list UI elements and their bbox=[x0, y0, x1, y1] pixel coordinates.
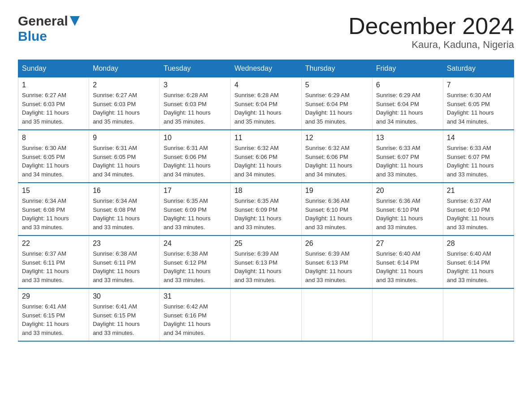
calendar-cell: 13 Sunrise: 6:33 AMSunset: 6:07 PMDaylig… bbox=[372, 130, 443, 183]
header-thursday: Thursday bbox=[301, 60, 372, 77]
day-info: Sunrise: 6:38 AMSunset: 6:11 PMDaylight:… bbox=[93, 249, 156, 284]
day-info: Sunrise: 6:39 AMSunset: 6:13 PMDaylight:… bbox=[234, 249, 297, 284]
day-number: 4 bbox=[234, 81, 297, 89]
day-info: Sunrise: 6:41 AMSunset: 6:15 PMDaylight:… bbox=[22, 302, 85, 337]
day-info: Sunrise: 6:34 AMSunset: 6:08 PMDaylight:… bbox=[22, 197, 85, 231]
day-number: 3 bbox=[163, 81, 227, 89]
calendar-title: December 2024 bbox=[348, 13, 514, 39]
calendar-cell bbox=[231, 288, 301, 341]
calendar-cell bbox=[372, 288, 443, 341]
day-number: 18 bbox=[234, 187, 297, 195]
calendar-cell: 9 Sunrise: 6:31 AMSunset: 6:05 PMDayligh… bbox=[89, 130, 160, 183]
day-number: 24 bbox=[163, 240, 227, 248]
day-number: 30 bbox=[93, 292, 156, 300]
page-header: General Blue December 2024 Kaura, Kaduna… bbox=[18, 13, 514, 51]
day-number: 13 bbox=[376, 134, 439, 142]
day-info: Sunrise: 6:40 AMSunset: 6:14 PMDaylight:… bbox=[447, 249, 510, 284]
calendar-cell: 1 Sunrise: 6:27 AMSunset: 6:03 PMDayligh… bbox=[18, 77, 89, 130]
calendar-cell: 5 Sunrise: 6:29 AMSunset: 6:04 PMDayligh… bbox=[301, 77, 372, 130]
calendar-cell: 10 Sunrise: 6:31 AMSunset: 6:06 PMDaylig… bbox=[160, 130, 231, 183]
day-info: Sunrise: 6:36 AMSunset: 6:10 PMDaylight:… bbox=[305, 197, 369, 231]
calendar-cell: 30 Sunrise: 6:41 AMSunset: 6:15 PMDaylig… bbox=[89, 288, 160, 341]
day-info: Sunrise: 6:32 AMSunset: 6:06 PMDaylight:… bbox=[305, 144, 369, 179]
calendar-header-row: Sunday Monday Tuesday Wednesday Thursday… bbox=[18, 60, 514, 77]
day-info: Sunrise: 6:35 AMSunset: 6:09 PMDaylight:… bbox=[234, 197, 297, 231]
day-info: Sunrise: 6:31 AMSunset: 6:05 PMDaylight:… bbox=[93, 144, 156, 179]
header-friday: Friday bbox=[372, 60, 443, 77]
calendar-week-row: 1 Sunrise: 6:27 AMSunset: 6:03 PMDayligh… bbox=[18, 77, 514, 130]
calendar-week-row: 22 Sunrise: 6:37 AMSunset: 6:11 PMDaylig… bbox=[18, 235, 514, 288]
calendar-cell: 19 Sunrise: 6:36 AMSunset: 6:10 PMDaylig… bbox=[301, 183, 372, 235]
logo-triangle-icon bbox=[70, 16, 80, 28]
day-number: 10 bbox=[163, 134, 227, 142]
title-block: December 2024 Kaura, Kaduna, Nigeria bbox=[348, 13, 514, 51]
logo: General Blue bbox=[18, 13, 80, 44]
day-info: Sunrise: 6:35 AMSunset: 6:09 PMDaylight:… bbox=[163, 197, 227, 231]
calendar-cell bbox=[301, 288, 372, 341]
day-info: Sunrise: 6:39 AMSunset: 6:13 PMDaylight:… bbox=[305, 249, 369, 284]
day-info: Sunrise: 6:33 AMSunset: 6:07 PMDaylight:… bbox=[376, 144, 439, 179]
day-number: 15 bbox=[22, 187, 85, 195]
day-number: 19 bbox=[305, 187, 369, 195]
day-info: Sunrise: 6:30 AMSunset: 6:05 PMDaylight:… bbox=[447, 91, 510, 126]
calendar-cell: 17 Sunrise: 6:35 AMSunset: 6:09 PMDaylig… bbox=[160, 183, 231, 235]
day-info: Sunrise: 6:27 AMSunset: 6:03 PMDaylight:… bbox=[22, 91, 85, 126]
day-number: 2 bbox=[93, 81, 156, 89]
day-number: 1 bbox=[22, 81, 85, 89]
calendar-cell: 6 Sunrise: 6:29 AMSunset: 6:04 PMDayligh… bbox=[372, 77, 443, 130]
day-number: 31 bbox=[163, 292, 227, 300]
day-number: 27 bbox=[376, 240, 439, 248]
day-number: 29 bbox=[22, 292, 85, 300]
day-number: 16 bbox=[93, 187, 156, 195]
header-monday: Monday bbox=[89, 60, 160, 77]
day-number: 28 bbox=[447, 240, 510, 248]
day-info: Sunrise: 6:28 AMSunset: 6:04 PMDaylight:… bbox=[234, 91, 297, 126]
calendar-cell: 25 Sunrise: 6:39 AMSunset: 6:13 PMDaylig… bbox=[231, 235, 301, 288]
calendar-cell: 8 Sunrise: 6:30 AMSunset: 6:05 PMDayligh… bbox=[18, 130, 89, 183]
calendar-cell: 24 Sunrise: 6:38 AMSunset: 6:12 PMDaylig… bbox=[160, 235, 231, 288]
day-info: Sunrise: 6:31 AMSunset: 6:06 PMDaylight:… bbox=[163, 144, 227, 179]
calendar-cell: 28 Sunrise: 6:40 AMSunset: 6:14 PMDaylig… bbox=[443, 235, 514, 288]
day-number: 6 bbox=[376, 81, 439, 89]
calendar-cell: 11 Sunrise: 6:32 AMSunset: 6:06 PMDaylig… bbox=[231, 130, 301, 183]
day-info: Sunrise: 6:27 AMSunset: 6:03 PMDaylight:… bbox=[93, 91, 156, 126]
calendar-cell: 15 Sunrise: 6:34 AMSunset: 6:08 PMDaylig… bbox=[18, 183, 89, 235]
calendar-cell: 18 Sunrise: 6:35 AMSunset: 6:09 PMDaylig… bbox=[231, 183, 301, 235]
calendar-cell bbox=[443, 288, 514, 341]
header-saturday: Saturday bbox=[443, 60, 514, 77]
logo-blue-text: Blue bbox=[18, 29, 47, 43]
calendar-cell: 20 Sunrise: 6:36 AMSunset: 6:10 PMDaylig… bbox=[372, 183, 443, 235]
day-number: 12 bbox=[305, 134, 369, 142]
calendar-cell: 27 Sunrise: 6:40 AMSunset: 6:14 PMDaylig… bbox=[372, 235, 443, 288]
day-number: 25 bbox=[234, 240, 297, 248]
day-number: 23 bbox=[93, 240, 156, 248]
day-number: 21 bbox=[447, 187, 510, 195]
day-number: 26 bbox=[305, 240, 369, 248]
day-info: Sunrise: 6:37 AMSunset: 6:11 PMDaylight:… bbox=[22, 249, 85, 284]
day-number: 8 bbox=[22, 134, 85, 142]
day-number: 9 bbox=[93, 134, 156, 142]
calendar-cell: 7 Sunrise: 6:30 AMSunset: 6:05 PMDayligh… bbox=[443, 77, 514, 130]
day-info: Sunrise: 6:29 AMSunset: 6:04 PMDaylight:… bbox=[376, 91, 439, 126]
header-wednesday: Wednesday bbox=[231, 60, 301, 77]
day-number: 17 bbox=[163, 187, 227, 195]
calendar-cell: 4 Sunrise: 6:28 AMSunset: 6:04 PMDayligh… bbox=[231, 77, 301, 130]
day-info: Sunrise: 6:38 AMSunset: 6:12 PMDaylight:… bbox=[163, 249, 227, 284]
day-info: Sunrise: 6:33 AMSunset: 6:07 PMDaylight:… bbox=[447, 144, 510, 179]
header-sunday: Sunday bbox=[18, 60, 89, 77]
day-number: 14 bbox=[447, 134, 510, 142]
calendar-cell: 23 Sunrise: 6:38 AMSunset: 6:11 PMDaylig… bbox=[89, 235, 160, 288]
calendar-cell: 12 Sunrise: 6:32 AMSunset: 6:06 PMDaylig… bbox=[301, 130, 372, 183]
day-info: Sunrise: 6:40 AMSunset: 6:14 PMDaylight:… bbox=[376, 249, 439, 284]
day-number: 5 bbox=[305, 81, 369, 89]
calendar-cell: 31 Sunrise: 6:42 AMSunset: 6:16 PMDaylig… bbox=[160, 288, 231, 341]
day-number: 11 bbox=[234, 134, 297, 142]
calendar-cell: 26 Sunrise: 6:39 AMSunset: 6:13 PMDaylig… bbox=[301, 235, 372, 288]
day-number: 7 bbox=[447, 81, 510, 89]
day-info: Sunrise: 6:41 AMSunset: 6:15 PMDaylight:… bbox=[93, 302, 156, 337]
calendar-cell: 21 Sunrise: 6:37 AMSunset: 6:10 PMDaylig… bbox=[443, 183, 514, 235]
day-info: Sunrise: 6:37 AMSunset: 6:10 PMDaylight:… bbox=[447, 197, 510, 231]
calendar-cell: 22 Sunrise: 6:37 AMSunset: 6:11 PMDaylig… bbox=[18, 235, 89, 288]
calendar-cell: 16 Sunrise: 6:34 AMSunset: 6:08 PMDaylig… bbox=[89, 183, 160, 235]
header-tuesday: Tuesday bbox=[160, 60, 231, 77]
